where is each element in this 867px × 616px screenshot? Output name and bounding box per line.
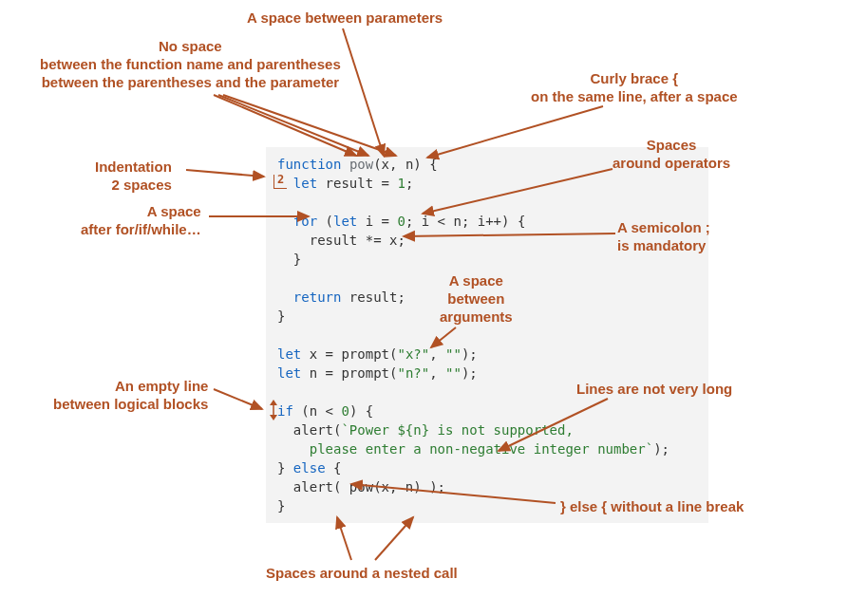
svg-line-6 bbox=[218, 95, 368, 156]
svg-line-15 bbox=[499, 399, 608, 451]
svg-line-8 bbox=[427, 106, 603, 158]
svg-line-12 bbox=[404, 233, 615, 236]
svg-line-13 bbox=[431, 327, 456, 347]
svg-line-11 bbox=[423, 169, 613, 214]
arrows-overlay bbox=[0, 0, 867, 616]
svg-line-5 bbox=[214, 95, 356, 156]
svg-line-18 bbox=[375, 517, 413, 560]
svg-line-14 bbox=[214, 389, 262, 409]
svg-line-17 bbox=[337, 517, 351, 560]
svg-line-7 bbox=[223, 95, 396, 156]
svg-line-9 bbox=[186, 170, 264, 177]
svg-line-4 bbox=[343, 28, 384, 156]
svg-line-16 bbox=[351, 484, 556, 503]
